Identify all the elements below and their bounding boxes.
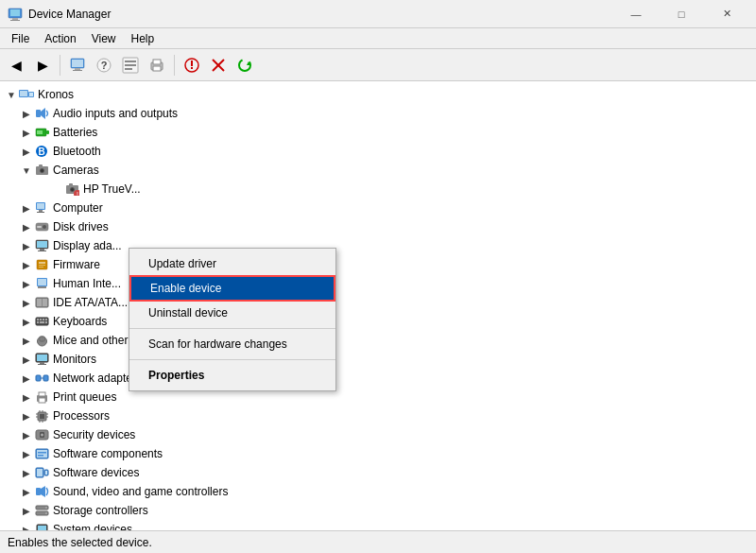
sound-arrow: ▶ bbox=[19, 487, 34, 497]
tree-item-sw-components[interactable]: ▶ Software components bbox=[0, 444, 756, 463]
toolbar-delete[interactable] bbox=[206, 53, 231, 78]
svg-rect-31 bbox=[46, 130, 49, 134]
tree-item-hp-cam[interactable]: ! HP TrueV... bbox=[0, 180, 756, 199]
svg-point-113 bbox=[45, 512, 47, 514]
tree-item-disk[interactable]: ▶ Disk drives bbox=[0, 217, 756, 236]
audio-icon bbox=[34, 106, 49, 121]
svg-rect-105 bbox=[37, 469, 43, 476]
svg-rect-61 bbox=[38, 279, 46, 285]
root-arrow: ▼ bbox=[4, 90, 19, 100]
toolbar-back[interactable]: ◀ bbox=[4, 53, 28, 78]
tree-item-cameras[interactable]: ▼ Cameras bbox=[0, 161, 756, 180]
tree-item-bluetooth[interactable]: ▶ B Bluetooth bbox=[0, 142, 756, 161]
disk-arrow: ▶ bbox=[19, 222, 34, 233]
tree-item-batteries[interactable]: ▶ Batteries bbox=[0, 123, 756, 142]
toolbar-computer[interactable] bbox=[65, 53, 90, 78]
tree-item-hid[interactable]: ▶ Human Inte... bbox=[0, 274, 756, 293]
processors-arrow: ▶ bbox=[19, 411, 34, 422]
svg-rect-13 bbox=[125, 68, 132, 70]
tree-item-system[interactable]: ▶ System devices bbox=[0, 520, 756, 530]
computer-arrow: ▶ bbox=[19, 203, 34, 214]
sound-icon bbox=[34, 484, 49, 499]
svg-rect-58 bbox=[39, 265, 45, 266]
svg-rect-82 bbox=[43, 375, 48, 381]
display-arrow: ▶ bbox=[19, 241, 34, 251]
toolbar-sep-1 bbox=[60, 55, 60, 76]
sw-devices-label: Software devices bbox=[53, 466, 139, 479]
menu-file[interactable]: File bbox=[4, 30, 37, 47]
svg-rect-2 bbox=[12, 18, 18, 20]
tree-item-security[interactable]: ▶ Security devices bbox=[0, 425, 756, 444]
svg-rect-78 bbox=[37, 354, 47, 361]
device-tree[interactable]: ▼ Kronos ▶ Audio inputs and outputs ▶ bbox=[0, 81, 756, 530]
ide-label: IDE ATA/ATA... bbox=[53, 296, 128, 309]
close-button[interactable]: ✕ bbox=[705, 0, 748, 28]
svg-rect-3 bbox=[10, 20, 20, 21]
toolbar-print[interactable] bbox=[145, 53, 169, 78]
toolbar-refresh[interactable] bbox=[232, 53, 257, 78]
tree-item-print[interactable]: ▶ Print queues bbox=[0, 388, 756, 406]
svg-point-37 bbox=[41, 169, 43, 172]
ctx-enable-device[interactable]: Enable device bbox=[129, 275, 335, 302]
tree-root[interactable]: ▼ Kronos bbox=[0, 85, 756, 104]
tree-item-sw-devices[interactable]: ▶ Software devices bbox=[0, 463, 756, 482]
toolbar-help[interactable]: ? bbox=[92, 53, 116, 78]
menu-view[interactable]: View bbox=[84, 30, 124, 47]
svg-rect-38 bbox=[39, 164, 43, 167]
svg-rect-79 bbox=[40, 362, 44, 364]
svg-rect-80 bbox=[38, 364, 46, 365]
display-label: Display ada... bbox=[53, 239, 122, 252]
bluetooth-label: Bluetooth bbox=[53, 145, 101, 158]
svg-rect-27 bbox=[29, 93, 33, 96]
svg-rect-72 bbox=[40, 321, 44, 323]
minimize-button[interactable]: — bbox=[614, 0, 658, 28]
svg-rect-25 bbox=[20, 91, 27, 96]
svg-rect-48 bbox=[37, 212, 44, 213]
ctx-uninstall-device[interactable]: Uninstall device bbox=[129, 302, 335, 324]
svg-rect-53 bbox=[37, 241, 47, 248]
tree-item-computer[interactable]: ▶ Computer bbox=[0, 199, 756, 217]
svg-rect-88 bbox=[40, 414, 44, 419]
processors-icon bbox=[34, 408, 49, 423]
monitors-label: Monitors bbox=[53, 353, 96, 366]
tree-item-ide[interactable]: ▶ IDE ATA/ATA... bbox=[0, 293, 756, 312]
tree-item-firmware[interactable]: ▶ Firmware bbox=[0, 255, 756, 274]
tree-item-display[interactable]: ▶ Display ada... bbox=[0, 236, 756, 255]
tree-item-keyboards[interactable]: ▶ Keyboards bbox=[0, 312, 756, 331]
svg-rect-107 bbox=[45, 471, 47, 475]
ctx-sep-2 bbox=[129, 359, 335, 360]
menu-help[interactable]: Help bbox=[124, 30, 163, 47]
svg-rect-11 bbox=[125, 60, 136, 62]
ctx-update-driver[interactable]: Update driver bbox=[129, 252, 335, 275]
tree-item-storage[interactable]: ▶ Storage controllers bbox=[0, 501, 756, 520]
tree-item-sound[interactable]: ▶ Sound, video and game controllers bbox=[0, 482, 756, 501]
toolbar-update[interactable] bbox=[180, 53, 204, 78]
tree-item-audio[interactable]: ▶ Audio inputs and outputs bbox=[0, 104, 756, 123]
menu-action[interactable]: Action bbox=[37, 30, 83, 47]
svg-rect-108 bbox=[36, 488, 41, 495]
tree-item-mice[interactable]: ▶ Mice and other pointing devices bbox=[0, 331, 756, 350]
bluetooth-icon: B bbox=[34, 144, 49, 159]
audio-arrow: ▶ bbox=[19, 109, 34, 119]
svg-rect-69 bbox=[43, 319, 44, 320]
tree-item-monitors[interactable]: ▶ Monitors bbox=[0, 350, 756, 369]
sw-comp-arrow: ▶ bbox=[19, 449, 34, 459]
network-arrow: ▶ bbox=[19, 373, 34, 384]
svg-rect-62 bbox=[38, 286, 46, 288]
toolbar: ◀ ▶ ? bbox=[0, 49, 756, 81]
status-text: Enables the selected device. bbox=[8, 536, 152, 549]
hpcam-label: HP TrueV... bbox=[83, 182, 141, 196]
ctx-properties[interactable]: Properties bbox=[129, 364, 335, 387]
toolbar-forward[interactable]: ▶ bbox=[30, 53, 55, 78]
svg-text:!: ! bbox=[77, 191, 78, 196]
monitors-icon bbox=[34, 352, 49, 367]
disk-icon bbox=[34, 219, 49, 234]
ctx-scan-hardware[interactable]: Scan for hardware changes bbox=[129, 333, 335, 355]
svg-rect-68 bbox=[40, 319, 42, 320]
maximize-button[interactable]: □ bbox=[660, 0, 703, 28]
sw-comp-icon bbox=[34, 446, 49, 461]
toolbar-list[interactable] bbox=[118, 53, 143, 78]
svg-point-50 bbox=[43, 225, 46, 229]
tree-item-network[interactable]: ▶ Network adapters bbox=[0, 369, 756, 388]
tree-item-processors[interactable]: ▶ Processors bbox=[0, 406, 756, 425]
